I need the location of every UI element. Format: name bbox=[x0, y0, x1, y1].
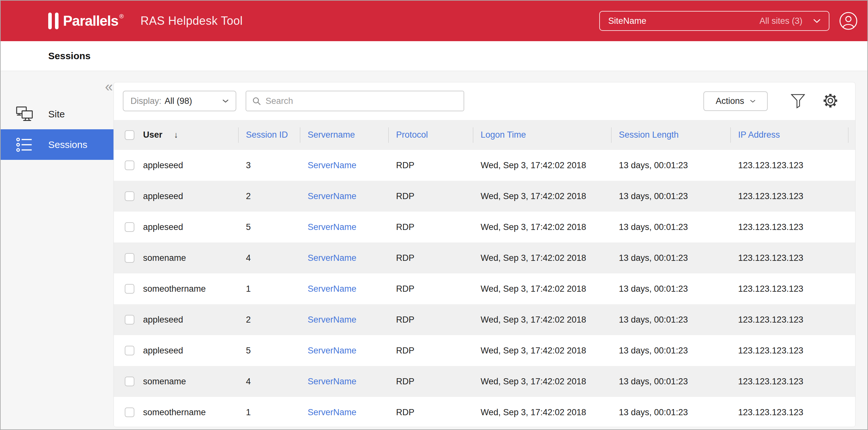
cell-session-id: 5 bbox=[238, 222, 300, 232]
select-all-checkbox[interactable] bbox=[125, 130, 134, 140]
cell-protocol: RDP bbox=[389, 160, 473, 171]
table-row[interactable]: appleseed 3 ServerName RDP Wed, Sep 3, 1… bbox=[114, 150, 855, 181]
table-row[interactable]: somename 4 ServerName RDP Wed, Sep 3, 17… bbox=[114, 243, 855, 273]
cell-protocol: RDP bbox=[389, 284, 473, 294]
search-input[interactable] bbox=[266, 96, 458, 106]
display-label: Display: bbox=[130, 96, 161, 106]
cell-ip-address: 123.123.123.123 bbox=[731, 346, 848, 356]
search-icon bbox=[252, 96, 261, 105]
cell-user: appleseed bbox=[143, 160, 183, 171]
row-checkbox[interactable] bbox=[125, 346, 134, 356]
table-row[interactable]: someothername 1 ServerName RDP Wed, Sep … bbox=[114, 273, 855, 304]
filter-icon[interactable] bbox=[791, 94, 805, 109]
sidebar-item-sessions[interactable]: Sessions bbox=[1, 129, 114, 160]
settings-gear-icon[interactable] bbox=[822, 92, 839, 109]
cell-protocol: RDP bbox=[389, 253, 473, 263]
row-checkbox[interactable] bbox=[125, 407, 134, 417]
cell-session-id: 2 bbox=[238, 315, 300, 325]
cell-servername-link[interactable]: ServerName bbox=[300, 160, 389, 171]
cell-session-length: 13 days, 00:01:23 bbox=[611, 222, 731, 232]
cell-ip-address: 123.123.123.123 bbox=[731, 377, 848, 387]
cell-logon-time: Wed, Sep 3, 17:42:02 2018 bbox=[473, 191, 611, 201]
row-checkbox[interactable] bbox=[125, 377, 134, 386]
chevron-down-icon bbox=[222, 99, 228, 103]
table-row[interactable]: someothername 1 ServerName RDP Wed, Sep … bbox=[114, 397, 855, 427]
column-header-session-length[interactable]: Session Length bbox=[611, 120, 731, 150]
cell-user: somename bbox=[143, 253, 186, 263]
site-selector[interactable]: SiteName All sites (3) bbox=[599, 11, 830, 31]
table-body: appleseed 3 ServerName RDP Wed, Sep 3, 1… bbox=[114, 150, 855, 427]
cell-user: appleseed bbox=[143, 346, 183, 356]
cell-user: someothername bbox=[143, 284, 206, 294]
brand-name: Parallels bbox=[63, 14, 118, 28]
registered-mark: ® bbox=[119, 13, 124, 19]
cell-logon-time: Wed, Sep 3, 17:42:02 2018 bbox=[473, 253, 611, 263]
sidebar-nav: Site Sessions bbox=[1, 99, 114, 160]
row-checkbox[interactable] bbox=[125, 191, 134, 201]
table-row[interactable]: somename 4 ServerName RDP Wed, Sep 3, 17… bbox=[114, 366, 855, 397]
column-header-logon-time[interactable]: Logon Time bbox=[473, 120, 611, 150]
cell-servername-link[interactable]: ServerName bbox=[300, 346, 389, 356]
cell-logon-time: Wed, Sep 3, 17:42:02 2018 bbox=[473, 315, 611, 325]
actions-label: Actions bbox=[716, 96, 744, 106]
chevron-down-icon bbox=[750, 100, 755, 103]
row-checkbox[interactable] bbox=[125, 284, 134, 294]
table-row[interactable]: appleseed 2 ServerName RDP Wed, Sep 3, 1… bbox=[114, 304, 855, 335]
row-checkbox[interactable] bbox=[125, 222, 134, 232]
sidebar-item-label: Sessions bbox=[48, 139, 88, 150]
cell-ip-address: 123.123.123.123 bbox=[731, 407, 848, 418]
cell-servername-link[interactable]: ServerName bbox=[300, 253, 389, 263]
cell-session-length: 13 days, 00:01:23 bbox=[611, 377, 731, 387]
monitors-icon bbox=[16, 105, 34, 123]
row-checkbox[interactable] bbox=[125, 315, 134, 325]
cell-session-id: 1 bbox=[238, 284, 300, 294]
table-row[interactable]: appleseed 5 ServerName RDP Wed, Sep 3, 1… bbox=[114, 335, 855, 366]
column-header-protocol[interactable]: Protocol bbox=[389, 120, 473, 150]
row-checkbox[interactable] bbox=[125, 160, 134, 170]
cell-session-id: 3 bbox=[238, 160, 300, 171]
cell-logon-time: Wed, Sep 3, 17:42:02 2018 bbox=[473, 160, 611, 171]
user-avatar-icon[interactable] bbox=[839, 11, 858, 30]
column-header-user[interactable]: User ↓ bbox=[114, 120, 238, 150]
actions-button[interactable]: Actions bbox=[704, 91, 768, 111]
cell-servername-link[interactable]: ServerName bbox=[300, 191, 389, 201]
cell-session-id: 4 bbox=[238, 253, 300, 263]
cell-servername-link[interactable]: ServerName bbox=[300, 407, 389, 418]
cell-protocol: RDP bbox=[389, 407, 473, 418]
cell-servername-link[interactable]: ServerName bbox=[300, 284, 389, 294]
cell-ip-address: 123.123.123.123 bbox=[731, 315, 848, 325]
brand: Parallels ® RAS Helpdesk Tool bbox=[48, 12, 243, 29]
column-header-session-id[interactable]: Session ID bbox=[238, 120, 300, 150]
cell-session-length: 13 days, 00:01:23 bbox=[611, 407, 731, 418]
site-selector-label: SiteName bbox=[608, 16, 647, 26]
cell-user: someothername bbox=[143, 407, 206, 418]
cell-user: somename bbox=[143, 377, 186, 387]
cell-servername-link[interactable]: ServerName bbox=[300, 315, 389, 325]
search-field[interactable] bbox=[246, 91, 464, 111]
cell-session-id: 5 bbox=[238, 346, 300, 356]
cell-session-length: 13 days, 00:01:23 bbox=[611, 284, 731, 294]
app-header: Parallels ® RAS Helpdesk Tool SiteName A… bbox=[1, 1, 867, 41]
cell-servername-link[interactable]: ServerName bbox=[300, 222, 389, 232]
cell-protocol: RDP bbox=[389, 377, 473, 387]
cell-servername-link[interactable]: ServerName bbox=[300, 377, 389, 387]
title-bar: Sessions bbox=[1, 41, 867, 71]
sessions-panel: Display: All (98) Actions bbox=[114, 82, 856, 427]
sidebar-item-label: Site bbox=[48, 109, 65, 120]
sidebar-item-site[interactable]: Site bbox=[1, 99, 114, 129]
column-header-ip-address[interactable]: IP Address bbox=[731, 120, 848, 150]
row-checkbox[interactable] bbox=[125, 253, 134, 263]
column-header-servername[interactable]: Servername bbox=[300, 120, 389, 150]
table-row[interactable]: appleseed 5 ServerName RDP Wed, Sep 3, 1… bbox=[114, 212, 855, 243]
sidebar-collapse-icon[interactable]: « bbox=[105, 80, 113, 94]
cell-session-id: 4 bbox=[238, 377, 300, 387]
cell-user: appleseed bbox=[143, 315, 183, 325]
cell-ip-address: 123.123.123.123 bbox=[731, 222, 848, 232]
cell-protocol: RDP bbox=[389, 222, 473, 232]
cell-protocol: RDP bbox=[389, 315, 473, 325]
table-row[interactable]: appleseed 2 ServerName RDP Wed, Sep 3, 1… bbox=[114, 181, 855, 212]
cell-logon-time: Wed, Sep 3, 17:42:02 2018 bbox=[473, 222, 611, 232]
cell-user: appleseed bbox=[143, 191, 183, 201]
display-filter-dropdown[interactable]: Display: All (98) bbox=[123, 91, 236, 111]
sidebar: « bbox=[1, 71, 114, 429]
